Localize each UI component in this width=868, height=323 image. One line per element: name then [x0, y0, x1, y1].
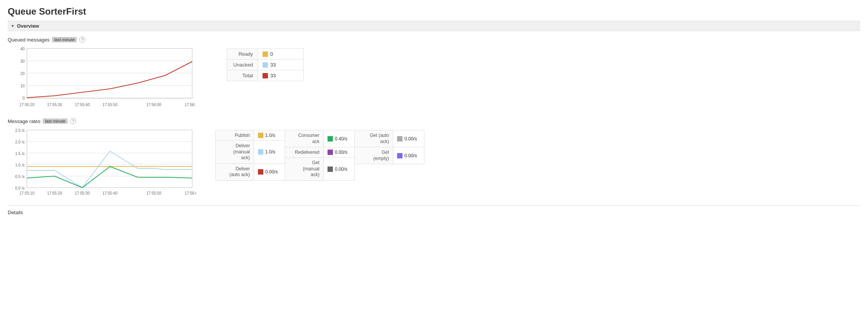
overview-arrow-icon: ▼: [11, 24, 15, 28]
svg-text:10: 10: [20, 84, 25, 88]
svg-text:0.0 /s: 0.0 /s: [15, 186, 25, 190]
consumer-ack-swatch: [328, 136, 333, 142]
rates-value-deliver-manual: 1.0/s: [254, 141, 285, 163]
message-rates-help[interactable]: ?: [70, 118, 76, 124]
rates-legend-publish: Publish 1.0/s: [215, 130, 285, 141]
svg-text:17:55:50: 17:55:50: [103, 103, 118, 107]
get-auto-rate: 0.00/s: [404, 136, 417, 142]
queued-messages-help[interactable]: ?: [79, 37, 85, 43]
legend-value-ready: 0: [258, 49, 289, 59]
rates-legend-deliver-auto: Deliver(auto ack) 0.00/s: [215, 163, 285, 181]
legend-item-total: Total 33: [227, 70, 304, 81]
redelivered-rate: 0.00/s: [335, 150, 348, 155]
get-empty-rate: 0.00/s: [404, 153, 417, 158]
overview-label: Overview: [17, 23, 39, 29]
queued-messages-svg: 40 30 20 10 0 17:55:20 17:55:30 17:55:40…: [8, 47, 196, 112]
rates-label-publish: Publish: [216, 130, 254, 140]
svg-text:2.5 /s: 2.5 /s: [15, 128, 25, 133]
message-rates-svg: 2.5 /s 2.0 /s 1.5 /s 1.0 /s 0.5 /s 0.0 /…: [8, 128, 196, 199]
svg-text:40: 40: [20, 47, 25, 51]
svg-text:17:55:20: 17:55:20: [20, 103, 35, 107]
details-label: Details: [8, 210, 23, 215]
unacked-value: 33: [270, 62, 276, 68]
svg-text:1.5 /s: 1.5 /s: [15, 152, 25, 156]
svg-text:20: 20: [20, 72, 25, 76]
deliver-manual-swatch: [258, 149, 263, 155]
svg-text:17:55:30: 17:55:30: [47, 103, 62, 107]
publish-rate: 1.0/s: [265, 133, 275, 138]
queued-messages-chart-legend: 40 30 20 10 0 17:55:20 17:55:30 17:55:40…: [8, 47, 860, 112]
queued-messages-title: Queued messages: [8, 37, 50, 43]
total-value: 33: [270, 73, 276, 78]
svg-text:17:55:30: 17:55:30: [75, 191, 90, 195]
rates-legend-deliver-manual: Deliver(manualack) 1.0/s: [215, 140, 285, 164]
rates-legend-redelivered: Redelivered 0.00/s: [285, 147, 355, 158]
rates-label-get-manual: Get(manualack): [285, 158, 324, 180]
svg-text:17:55:10: 17:55:10: [20, 191, 35, 195]
overview-section-header: ▼ Overview: [8, 21, 860, 31]
rates-legend-get-auto: Get (autoack) 0.00/s: [354, 130, 424, 147]
get-manual-rate: 0.00/s: [335, 166, 348, 172]
get-manual-swatch: [328, 166, 333, 172]
rates-label-get-auto: Get (autoack): [355, 130, 393, 147]
svg-text:17:56:00: 17:56:00: [146, 103, 161, 107]
message-rates-chart: 2.5 /s 2.0 /s 1.5 /s 1.0 /s 0.5 /s 0.0 /…: [8, 128, 196, 199]
queued-messages-badge[interactable]: last minute: [52, 37, 77, 42]
message-rates-chart-legend: 2.5 /s 2.0 /s 1.5 /s 1.0 /s 0.5 /s 0.0 /…: [8, 128, 860, 199]
rates-value-get-empty: 0.00/s: [393, 147, 424, 164]
rates-label-deliver-auto: Deliver(auto ack): [216, 164, 254, 180]
unacked-color-swatch: [263, 62, 268, 68]
redelivered-swatch: [328, 150, 333, 155]
legend-value-total: 33: [258, 70, 289, 81]
publish-swatch: [258, 133, 263, 138]
svg-text:17:56:10: 17:56:10: [185, 103, 196, 107]
rates-value-redelivered: 0.00/s: [324, 147, 354, 157]
svg-rect-0: [27, 48, 192, 98]
total-color-swatch: [263, 73, 268, 78]
queued-messages-legend: Ready 0 Unacked 33 Total 33: [227, 48, 304, 81]
svg-text:0: 0: [22, 96, 25, 100]
rates-value-get-auto: 0.00/s: [393, 130, 424, 147]
queued-messages-chart: 40 30 20 10 0 17:55:20 17:55:30 17:55:40…: [8, 47, 196, 112]
get-empty-swatch: [397, 153, 402, 158]
legend-label-ready: Ready: [227, 49, 258, 59]
legend-label-total: Total: [227, 70, 258, 81]
rates-legend-get-manual: Get(manualack) 0.00/s: [285, 157, 355, 181]
svg-text:17:55:40: 17:55:40: [103, 191, 118, 195]
legend-item-ready: Ready 0: [227, 48, 304, 60]
legend-label-unacked: Unacked: [227, 60, 258, 70]
deliver-manual-rate: 1.0/s: [265, 149, 275, 155]
page-title: Queue SorterFirst: [8, 6, 860, 17]
svg-text:1.0 /s: 1.0 /s: [15, 163, 25, 167]
rates-value-deliver-auto: 0.00/s: [254, 164, 285, 180]
queued-messages-title-row: Queued messages last minute ?: [8, 37, 860, 43]
deliver-auto-rate: 0.00/s: [265, 169, 278, 175]
svg-text:17:55:20: 17:55:20: [47, 191, 62, 195]
message-rates-title-row: Message rates last minute ?: [8, 118, 860, 124]
svg-text:30: 30: [20, 59, 25, 63]
svg-rect-16: [27, 130, 192, 188]
rates-label-redelivered: Redelivered: [285, 147, 324, 157]
svg-text:17:55:50: 17:55:50: [146, 191, 161, 195]
message-rates-title: Message rates: [8, 118, 40, 124]
rates-legend-col-2: Consumerack 0.40/s Redelivered 0.00/s Ge…: [285, 130, 354, 180]
ready-color-swatch: [263, 52, 268, 57]
svg-text:17:56:00: 17:56:00: [185, 191, 196, 195]
legend-value-unacked: 33: [258, 60, 289, 70]
message-rates-badge[interactable]: last minute: [43, 118, 68, 124]
rates-legend-col-3: Get (autoack) 0.00/s Get(empty) 0.00/s: [354, 130, 424, 180]
rates-label-deliver-manual: Deliver(manualack): [216, 141, 254, 163]
message-rates-legend: Publish 1.0/s Deliver(manualack) 1.0/s D…: [215, 130, 424, 180]
svg-text:2.0 /s: 2.0 /s: [15, 140, 25, 144]
ready-value: 0: [270, 51, 273, 57]
rates-value-publish: 1.0/s: [254, 130, 285, 140]
legend-item-unacked: Unacked 33: [227, 59, 304, 70]
rates-legend-consumer-ack: Consumerack 0.40/s: [285, 130, 355, 147]
rates-label-consumer-ack: Consumerack: [285, 130, 324, 147]
rates-legend-col-1: Publish 1.0/s Deliver(manualack) 1.0/s D…: [215, 130, 285, 180]
deliver-auto-swatch: [258, 169, 263, 175]
rates-value-get-manual: 0.00/s: [324, 158, 354, 180]
get-auto-swatch: [397, 136, 402, 142]
rates-legend-get-empty: Get(empty) 0.00/s: [354, 147, 424, 164]
rates-label-get-empty: Get(empty): [355, 147, 393, 164]
